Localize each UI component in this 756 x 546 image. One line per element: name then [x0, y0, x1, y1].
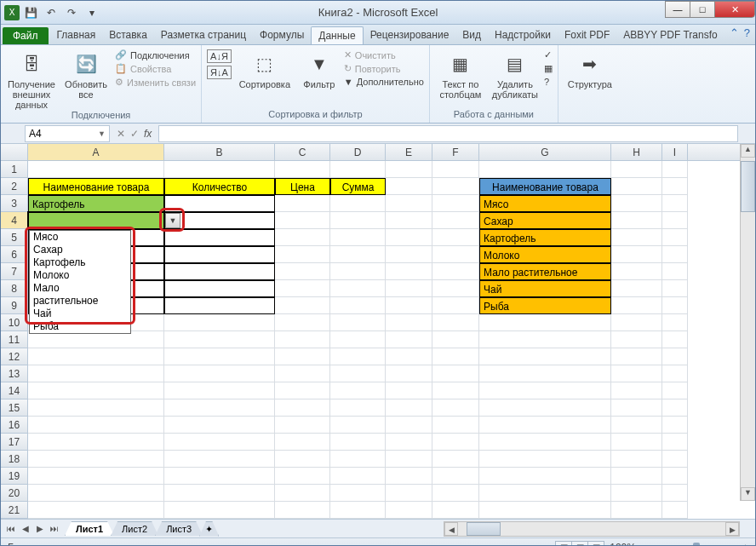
- cell[interactable]: [611, 161, 662, 178]
- cell[interactable]: [479, 314, 611, 331]
- sheet-nav-next-icon[interactable]: ▶: [33, 524, 47, 533]
- cell[interactable]: [164, 382, 275, 399]
- scroll-down-icon[interactable]: ▼: [741, 487, 755, 501]
- cell[interactable]: [432, 178, 479, 195]
- cell[interactable]: [275, 229, 330, 246]
- cell[interactable]: [432, 451, 479, 468]
- cell[interactable]: [28, 451, 164, 468]
- cell[interactable]: [432, 161, 479, 178]
- cell[interactable]: [611, 229, 662, 246]
- cell[interactable]: [386, 468, 432, 485]
- cell[interactable]: [432, 348, 479, 365]
- cell[interactable]: [662, 348, 688, 365]
- cell[interactable]: [479, 434, 611, 451]
- cell[interactable]: Наименование товара: [479, 178, 611, 195]
- zoom-level[interactable]: 100%: [610, 542, 636, 547]
- cell[interactable]: [275, 246, 330, 263]
- minimize-ribbon-icon[interactable]: ⌃: [730, 26, 739, 39]
- cell[interactable]: [164, 348, 275, 365]
- sort-asc-button[interactable]: А↓Я: [207, 49, 232, 64]
- cell[interactable]: [386, 417, 432, 434]
- row-header[interactable]: 13: [1, 365, 28, 382]
- page-break-button[interactable]: ▣: [587, 541, 604, 547]
- cell[interactable]: [662, 502, 688, 519]
- row-header[interactable]: 8: [1, 280, 28, 297]
- cell[interactable]: [611, 468, 662, 485]
- file-tab[interactable]: Файл: [3, 27, 49, 44]
- ribbon-tab[interactable]: Вид: [455, 26, 488, 44]
- ribbon-tab[interactable]: Надстройки: [488, 26, 558, 44]
- cell[interactable]: Чай: [479, 280, 611, 297]
- sheet-tab[interactable]: Лист1: [65, 521, 114, 536]
- scroll-left-icon[interactable]: ◀: [444, 522, 458, 536]
- column-header[interactable]: E: [386, 144, 432, 160]
- cell[interactable]: [432, 399, 479, 417]
- cell[interactable]: [479, 365, 611, 382]
- horizontal-scrollbar[interactable]: ◀ ▶: [444, 521, 740, 537]
- cell[interactable]: [275, 365, 330, 382]
- cell[interactable]: [28, 365, 164, 382]
- cell[interactable]: [386, 451, 432, 468]
- cell[interactable]: [611, 263, 662, 280]
- cell[interactable]: [330, 348, 386, 365]
- cell[interactable]: [479, 468, 611, 485]
- cell[interactable]: [432, 246, 479, 263]
- cell[interactable]: [386, 331, 432, 348]
- ribbon-tab[interactable]: ABBYY PDF Transfo: [616, 26, 724, 44]
- cell[interactable]: [432, 314, 479, 331]
- structure-button[interactable]: ➡ Структура: [564, 49, 616, 89]
- cell[interactable]: [28, 417, 164, 434]
- cell[interactable]: [662, 297, 688, 314]
- select-all-corner[interactable]: [1, 144, 28, 160]
- cell[interactable]: [28, 382, 164, 399]
- cell[interactable]: [164, 297, 275, 314]
- excel-icon[interactable]: X: [4, 5, 20, 20]
- ribbon-tab[interactable]: Вставка: [102, 26, 154, 44]
- cell[interactable]: [662, 382, 688, 399]
- cell[interactable]: [330, 502, 386, 519]
- cell[interactable]: Наименование товара: [28, 178, 164, 195]
- cell[interactable]: [164, 280, 275, 297]
- cell[interactable]: [275, 382, 330, 399]
- ribbon-tab[interactable]: Рецензирование: [364, 26, 456, 44]
- cell[interactable]: [164, 195, 275, 212]
- cell[interactable]: [275, 297, 330, 314]
- refresh-all-button[interactable]: 🔄 Обновить все: [60, 49, 112, 100]
- close-button[interactable]: ✕: [714, 1, 755, 18]
- cell[interactable]: [28, 468, 164, 485]
- column-header[interactable]: B: [164, 144, 275, 160]
- cell[interactable]: [275, 468, 330, 485]
- cell[interactable]: [611, 314, 662, 331]
- row-header[interactable]: 3: [1, 195, 28, 212]
- normal-view-button[interactable]: ▦: [555, 541, 572, 547]
- zoom-out-button[interactable]: −: [641, 542, 647, 547]
- cell[interactable]: [611, 280, 662, 297]
- cell[interactable]: [611, 365, 662, 382]
- cell[interactable]: [330, 468, 386, 485]
- qat-dropdown-icon[interactable]: ▾: [83, 3, 101, 22]
- cell[interactable]: [386, 297, 432, 314]
- fx-icon[interactable]: fx: [144, 128, 152, 140]
- cell[interactable]: [479, 161, 611, 178]
- cell[interactable]: [432, 331, 479, 348]
- sheet-nav-first-icon[interactable]: ⏮: [4, 524, 18, 533]
- data-validation-dropdown-button[interactable]: ▼: [165, 213, 180, 228]
- cell[interactable]: [479, 417, 611, 434]
- cell[interactable]: [432, 468, 479, 485]
- cell[interactable]: [164, 451, 275, 468]
- row-header[interactable]: 20: [1, 485, 28, 502]
- cell[interactable]: [611, 382, 662, 399]
- cell[interactable]: [611, 348, 662, 365]
- cell[interactable]: [432, 382, 479, 399]
- cell[interactable]: [164, 417, 275, 434]
- cell[interactable]: [330, 365, 386, 382]
- cell[interactable]: [330, 229, 386, 246]
- cell[interactable]: [386, 195, 432, 212]
- cell[interactable]: [330, 212, 386, 229]
- cell[interactable]: [330, 263, 386, 280]
- column-header[interactable]: D: [330, 144, 386, 160]
- cell[interactable]: [662, 263, 688, 280]
- cell[interactable]: [275, 348, 330, 365]
- cell[interactable]: [330, 161, 386, 178]
- chevron-down-icon[interactable]: ▼: [98, 129, 106, 138]
